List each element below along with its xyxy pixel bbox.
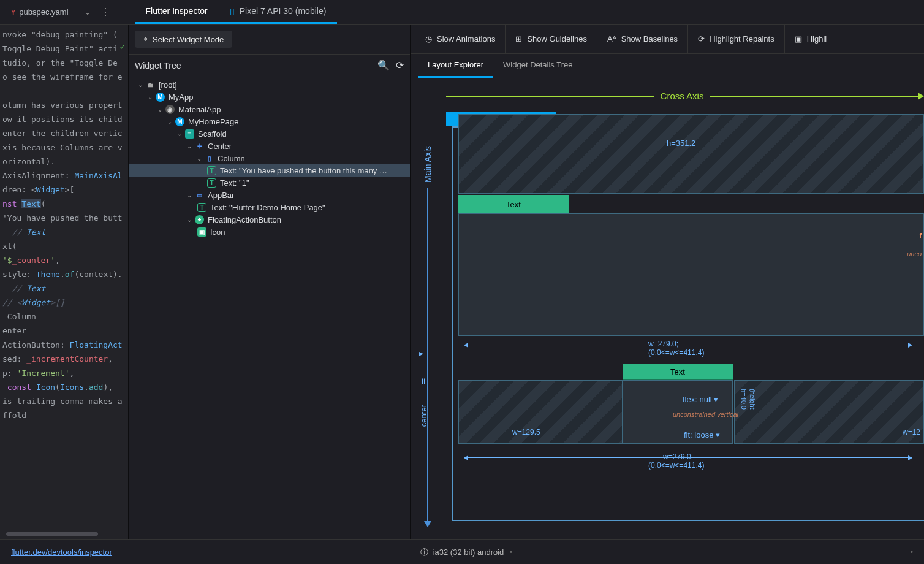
- tree-node-text1[interactable]: TText: "You have pushed the button this …: [129, 164, 410, 177]
- highlight-repaints-button[interactable]: ⟳Highlight Repaints: [688, 25, 785, 54]
- code-line[interactable]: // Text: [2, 282, 126, 296]
- appbar-icon: ▭: [195, 191, 204, 200]
- tree-node-column[interactable]: ⌄▯Column: [129, 152, 410, 164]
- text-box-1[interactable]: [458, 213, 924, 336]
- fit-loose-dropdown[interactable]: fit: loose: [684, 430, 720, 440]
- tree-node-myapp[interactable]: ⌄MMyApp: [129, 91, 410, 103]
- widget-tree[interactable]: ⌄🖿[root] ⌄MMyApp ⌄◉MaterialApp ⌄MMyHomeP…: [129, 76, 410, 539]
- text-chip-1[interactable]: Text: [458, 195, 569, 213]
- slow-animations-button[interactable]: ◷Slow Animations: [415, 25, 506, 54]
- width-arrow-1: [464, 345, 912, 345]
- show-baselines-button[interactable]: AᴬShow Baselines: [597, 25, 688, 54]
- tree-node-icon[interactable]: ▣Icon: [129, 226, 410, 238]
- code-line[interactable]: o see the wireframe for e: [2, 70, 126, 85]
- devtools-link[interactable]: flutter.dev/devtools/inspector: [11, 547, 112, 557]
- code-line[interactable]: enter the children vertic: [2, 127, 126, 141]
- play-icon[interactable]: ▸: [419, 348, 428, 358]
- yaml-file-icon: Y: [11, 9, 15, 16]
- tree-node-text2[interactable]: TText: "1": [129, 177, 410, 189]
- code-line[interactable]: enter: [2, 324, 126, 338]
- code-line[interactable]: dren: <Widget>[: [2, 183, 126, 197]
- guidelines-icon: ⊞: [515, 34, 522, 44]
- code-line[interactable]: AxisAlignment: MainAxisAl: [2, 169, 126, 183]
- text-chip-2[interactable]: Text: [623, 364, 733, 380]
- code-line[interactable]: Column: [2, 310, 126, 324]
- tree-node-scaffold[interactable]: ⌄≡Scaffold: [129, 128, 410, 140]
- chevron-down-icon[interactable]: ⌄: [85, 8, 91, 17]
- text-icon: T: [197, 203, 206, 212]
- repaint-icon: ⟳: [698, 34, 705, 44]
- highlight-button[interactable]: ▣Highli: [785, 25, 837, 54]
- spacer-zone-2r: [734, 380, 924, 444]
- pause-icon[interactable]: ⏸: [419, 376, 428, 386]
- tree-node-center[interactable]: ⌄✛Center: [129, 140, 410, 152]
- refresh-icon[interactable]: ⟳: [396, 59, 404, 71]
- width-label-1b: (0.0<=w<=411.4): [648, 348, 704, 357]
- more-icon[interactable]: ⋮: [100, 6, 110, 18]
- width-label-2b: (0.0<=w<=411.4): [648, 461, 704, 470]
- main-axis-arrow: Main Axis: [422, 146, 434, 527]
- code-line[interactable]: // <Widget>[]: [2, 296, 126, 310]
- widget-icon: M: [175, 117, 184, 126]
- tree-node-materialapp[interactable]: ⌄◉MaterialApp: [129, 103, 410, 115]
- widget-tree-panel: ⌖ Select Widget Mode Widget Tree 🔍 ⟳ ⌄🖿[…: [129, 25, 411, 539]
- code-line[interactable]: 'You have pushed the butt: [2, 212, 126, 226]
- tree-node-myhomepage[interactable]: ⌄MMyHomePage: [129, 115, 410, 128]
- code-line[interactable]: style: Theme.of(context).: [2, 268, 126, 282]
- code-line[interactable]: '$_counter',: [2, 254, 126, 268]
- tree-node-fab[interactable]: ⌄+FloatingActionButton: [129, 213, 410, 226]
- search-icon[interactable]: 🔍: [377, 59, 390, 71]
- height-40-label: h=40.0: [740, 389, 748, 410]
- text-icon: T: [207, 166, 216, 175]
- code-line[interactable]: is trailing comma makes a: [2, 395, 126, 409]
- code-line[interactable]: ActionButton: FloatingAct: [2, 338, 126, 352]
- code-line[interactable]: const Icon(Icons.add),: [2, 381, 126, 395]
- top-tab-bar: Y pubspec.yaml ⌄ ⋮ Flutter Inspector ▯ P…: [0, 0, 924, 25]
- widget-tree-title: Widget Tree: [135, 61, 181, 70]
- code-line[interactable]: [2, 85, 126, 99]
- tab-flutter-inspector[interactable]: Flutter Inspector: [135, 0, 219, 24]
- code-line[interactable]: Toggle Debug Paint" acti: [2, 42, 126, 56]
- width-12-label: w=12: [903, 428, 920, 436]
- code-line[interactable]: tudio, or the "Toggle De: [2, 56, 126, 70]
- code-line[interactable]: // Text: [2, 226, 126, 240]
- tree-node-root[interactable]: ⌄🖿[root]: [129, 78, 410, 91]
- spacer-zone-1: [458, 114, 924, 194]
- unconstrained-vertical-label: unconstrained vertical: [673, 411, 738, 418]
- tab-device[interactable]: ▯ Pixel 7 API 30 (mobile): [219, 0, 338, 24]
- code-line[interactable]: orizontal).: [2, 155, 126, 169]
- tree-node-appbar[interactable]: ⌄▭AppBar: [129, 189, 410, 201]
- tab-widget-details[interactable]: Widget Details Tree: [493, 54, 582, 78]
- code-line[interactable]: ffold: [2, 409, 126, 423]
- select-widget-mode-button[interactable]: ⌖ Select Widget Mode: [135, 31, 232, 48]
- folder-icon: 🖿: [146, 80, 155, 90]
- status-bar: flutter.dev/devtools/inspector • ⓘ ia32 …: [0, 539, 924, 564]
- baselines-icon: Aᴬ: [607, 34, 616, 44]
- flex-null-dropdown[interactable]: flex: null: [683, 395, 718, 404]
- cross-axis-arrow: Cross Axis: [446, 91, 924, 101]
- code-line[interactable]: sed: _incrementCounter,: [2, 352, 126, 367]
- show-guidelines-button[interactable]: ⊞Show Guidelines: [506, 25, 597, 54]
- code-line[interactable]: xis because Columns are v: [2, 141, 126, 155]
- check-icon: ✓: [120, 40, 125, 53]
- horizontal-scrollbar[interactable]: [6, 532, 98, 536]
- file-tab-pubspec[interactable]: Y pubspec.yaml ⌄ ⋮: [5, 6, 116, 18]
- tab-layout-explorer[interactable]: Layout Explorer: [418, 54, 493, 78]
- target-icon: ⌖: [143, 34, 148, 44]
- code-line[interactable]: olumn has various propert: [2, 99, 126, 113]
- image-icon: ▣: [795, 34, 802, 44]
- center-icon: ✛: [195, 142, 204, 151]
- height-label-1: h=351.2: [667, 139, 695, 148]
- tree-node-appbar-text[interactable]: TText: "Flutter Demo Home Page": [129, 201, 410, 213]
- code-line[interactable]: p: 'Increment',: [2, 367, 126, 381]
- fab-icon: +: [195, 215, 204, 224]
- code-line[interactable]: ow it positions its child: [2, 113, 126, 127]
- code-editor[interactable]: ✓ nvoke "debug painting" (Toggle Debug P…: [0, 25, 129, 539]
- code-line[interactable]: nvoke "debug painting" (: [2, 28, 126, 42]
- widget-icon: ◉: [165, 105, 175, 114]
- layout-sub-tabs: Layout Explorer Widget Details Tree: [411, 54, 924, 78]
- code-line[interactable]: nst Text(: [2, 197, 126, 212]
- width-label-1a: w=279.0;: [648, 340, 678, 348]
- code-line[interactable]: xt(: [2, 240, 126, 254]
- layout-explorer-diagram[interactable]: Cross Axis Main Axis ▸ ⏸ center Column: [411, 78, 924, 539]
